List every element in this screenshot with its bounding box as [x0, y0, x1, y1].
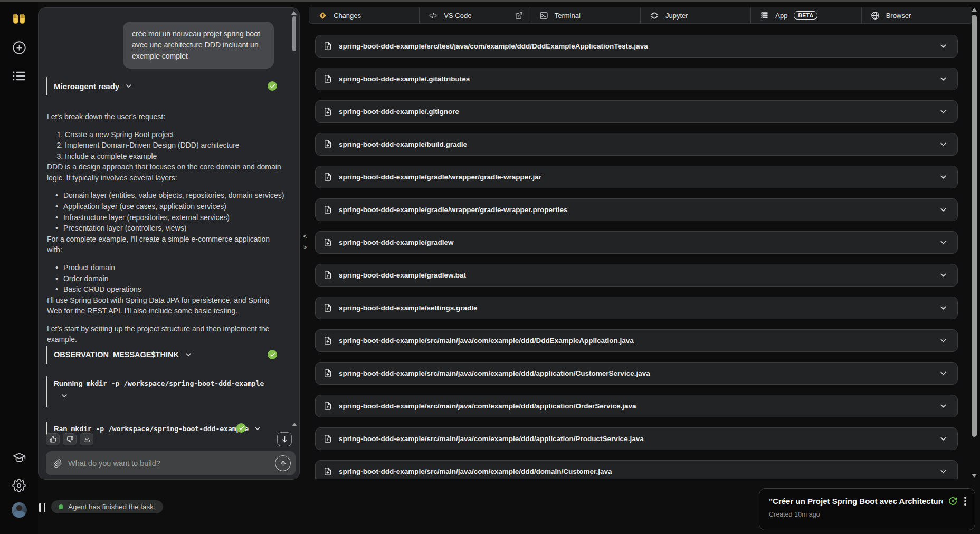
tab-label: VS Code [444, 12, 471, 20]
chevron-down-icon[interactable] [125, 82, 133, 90]
chevron-down-icon[interactable] [939, 107, 948, 116]
task-menu-icon[interactable] [964, 497, 966, 506]
tab-label: Terminal [555, 12, 581, 20]
think-list-item: Infrastructure layer (repositories, exte… [55, 212, 286, 223]
chevron-down-icon[interactable] [939, 42, 948, 51]
user-avatar[interactable] [12, 502, 27, 518]
running-command-text: mkdir -p /workspace/spring-boot-ddd-exam… [87, 379, 264, 387]
think-list-item: Product domain [55, 262, 286, 273]
file-path: spring-boot-ddd-example/.gitattributes [339, 75, 939, 83]
tab-changes[interactable]: Changes [309, 7, 420, 23]
panel-resize-handle[interactable]: < > [301, 233, 309, 255]
chat-input[interactable] [68, 459, 275, 468]
expand-right-icon[interactable]: > [301, 244, 309, 251]
pause-agent-button[interactable] [39, 503, 45, 512]
header-accent-bar [46, 77, 47, 95]
app-window: crée moi un nouveau projet spring boot a… [0, 0, 980, 534]
rerun-task-icon[interactable] [948, 496, 958, 506]
file-path: spring-boot-ddd-example/src/main/java/co… [339, 468, 939, 475]
think-list-item: Include a complete example [65, 151, 286, 162]
file-path: spring-boot-ddd-example/src/main/java/co… [339, 435, 939, 443]
file-row[interactable]: spring-boot-ddd-example/.gitignore [315, 100, 958, 123]
chat-input-bar [46, 451, 296, 475]
file-row[interactable]: spring-boot-ddd-example/build.gradle [315, 133, 958, 156]
file-plus-icon [324, 271, 332, 280]
changes-diff-icon [318, 11, 327, 20]
new-project-button[interactable] [12, 40, 26, 55]
task-card[interactable]: "Créer un Projet Spring Boot avec Archit… [759, 488, 975, 530]
scrollbar-up-arrow[interactable] [972, 8, 977, 12]
chevron-down-icon[interactable] [939, 402, 948, 411]
task-created-text: Created 10m ago [769, 511, 966, 518]
open-external-icon[interactable] [515, 12, 523, 20]
file-row[interactable]: spring-boot-ddd-example/settings.gradle [315, 297, 958, 319]
header-accent-bar [46, 346, 47, 364]
tab-vscode[interactable]: VS Code [420, 7, 530, 23]
file-path: spring-boot-ddd-example/gradle/wrapper/g… [339, 206, 939, 214]
left-rail [0, 2, 38, 534]
chevron-down-icon[interactable] [60, 392, 264, 400]
export-download-button[interactable] [80, 433, 93, 445]
agent-status-text: Agent has finished the task. [68, 503, 156, 511]
chevron-down-icon[interactable] [184, 350, 193, 359]
chevron-down-icon[interactable] [939, 467, 948, 476]
conversation-list-button[interactable] [12, 69, 26, 83]
chevron-down-icon[interactable] [939, 271, 948, 280]
think-paragraph: For a complete example, I'll create a si… [47, 234, 286, 255]
chevron-down-icon[interactable] [939, 173, 948, 182]
main-scrollbar[interactable] [971, 7, 977, 479]
file-row[interactable]: spring-boot-ddd-example/gradlew.bat [315, 264, 958, 287]
tab-label: Jupyter [665, 12, 688, 20]
running-command-block[interactable]: Running mkdir -p /workspace/spring-boot-… [46, 376, 264, 407]
chevron-down-icon[interactable] [939, 205, 948, 214]
app-stack-icon [760, 11, 769, 20]
chevron-down-icon[interactable] [939, 238, 948, 247]
chevron-down-icon[interactable] [939, 303, 948, 312]
file-row[interactable]: spring-boot-ddd-example/src/main/java/co… [315, 427, 958, 450]
settings-button[interactable] [12, 478, 26, 493]
chevron-down-icon[interactable] [939, 74, 948, 83]
collapse-left-icon[interactable]: < [301, 233, 309, 240]
file-row[interactable]: spring-boot-ddd-example/.gitattributes [315, 68, 958, 90]
scroll-to-bottom-button[interactable] [277, 432, 292, 446]
chat-scrollbar[interactable] [292, 16, 296, 51]
observation-header[interactable]: OBSERVATION_MESSAGE$THINK [46, 346, 293, 364]
file-row[interactable]: spring-boot-ddd-example/src/main/java/co… [315, 329, 958, 352]
file-row[interactable]: spring-boot-ddd-example/gradlew [315, 231, 958, 254]
microagent-ready-header[interactable]: Microagent ready [46, 77, 293, 95]
tab-terminal[interactable]: Terminal [530, 7, 641, 23]
file-path: spring-boot-ddd-example/build.gradle [339, 140, 939, 148]
file-row[interactable]: spring-boot-ddd-example/gradle/wrapper/g… [315, 166, 958, 188]
think-list-item: Create a new Spring Boot project [65, 129, 286, 140]
chevron-down-icon[interactable] [939, 369, 948, 378]
tab-jupyter[interactable]: Jupyter [641, 7, 751, 23]
file-row[interactable]: spring-boot-ddd-example/src/test/java/co… [315, 35, 958, 58]
task-title: "Créer un Projet Spring Boot avec Archit… [769, 497, 943, 506]
learn-button[interactable] [12, 451, 26, 465]
file-row[interactable]: spring-boot-ddd-example/src/main/java/co… [315, 362, 958, 385]
success-check-icon [268, 81, 277, 91]
file-row[interactable]: spring-boot-ddd-example/gradle/wrapper/g… [315, 198, 958, 221]
ran-prefix: Ran [54, 425, 68, 433]
file-row[interactable]: spring-boot-ddd-example/src/main/java/co… [315, 460, 958, 479]
attach-paperclip-icon[interactable] [53, 459, 62, 468]
chevron-down-icon[interactable] [253, 424, 262, 433]
terminal-icon [539, 11, 548, 20]
thumbs-up-button[interactable] [46, 433, 60, 445]
chat-scroll-up-arrow[interactable] [291, 11, 297, 15]
thumbs-down-button[interactable] [63, 433, 77, 445]
chevron-down-icon[interactable] [939, 336, 948, 345]
send-button[interactable] [275, 455, 291, 471]
chevron-down-icon[interactable] [939, 434, 948, 443]
scrollbar-down-arrow[interactable] [972, 474, 977, 478]
chat-scroll-bottom-arrow[interactable] [292, 423, 297, 426]
scrollbar-thumb[interactable] [972, 15, 977, 437]
workspace-tab-bar: Changes VS Code Terminal [309, 7, 972, 24]
tab-app[interactable]: App BETA [751, 7, 861, 23]
think-paragraph: Let's break down the user's request: [47, 111, 286, 122]
tab-browser[interactable]: Browser [862, 7, 972, 23]
file-row[interactable]: spring-boot-ddd-example/src/main/java/co… [315, 395, 958, 417]
chevron-down-icon[interactable] [939, 140, 948, 149]
tab-label: App [775, 12, 787, 20]
file-plus-icon [324, 434, 332, 443]
